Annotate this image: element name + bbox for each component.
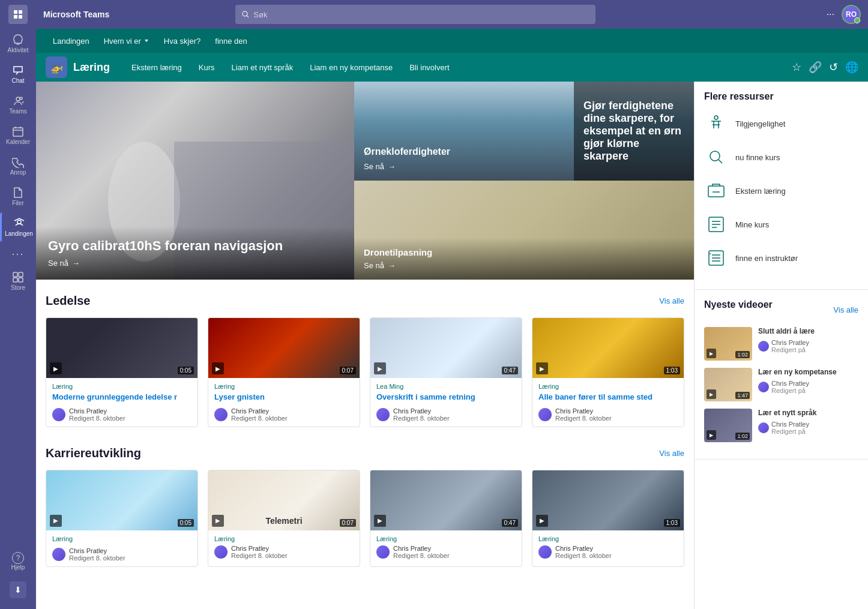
- card-karriere-1[interactable]: Telemetri ▶ 0:07 Læring Chris Pratley: [208, 470, 360, 567]
- videos-view-all[interactable]: Vis alle: [833, 305, 858, 314]
- accessibility-icon: [704, 112, 728, 136]
- app-nav-involvert[interactable]: Bli involvert: [402, 61, 456, 74]
- rs-videos-title: Nyeste videoer: [704, 299, 773, 310]
- globe-icon[interactable]: 🌐: [845, 61, 858, 74]
- sidebar-item-chat[interactable]: Chat: [0, 59, 36, 89]
- card-k-avatar-0: [52, 548, 65, 561]
- card-k-meta-1: Chris Pratley Redigert 8. oktober: [214, 545, 354, 559]
- hero-right-top[interactable]: Ørnekloferdigheter Se nå → Gjør ferdighe…: [354, 82, 694, 181]
- sidebar-item-calls[interactable]: Anrop: [0, 151, 36, 181]
- card-avatar-3: [538, 408, 552, 421]
- hero-right-top-see-now[interactable]: Se nå →: [364, 162, 564, 171]
- rs-label-finne-kurs: nu finne kurs: [735, 153, 780, 162]
- hero-left-see-now[interactable]: Se nå →: [48, 259, 342, 268]
- section-karriere-header: Karriereutvikling Vis alle: [46, 446, 684, 460]
- card-k-category-3: Læring: [538, 535, 678, 542]
- card-image-0: [46, 318, 197, 378]
- hero-right-bottom-see-now[interactable]: Se nå →: [364, 261, 432, 270]
- sidebar-item-landing[interactable]: Landingen: [0, 212, 36, 242]
- my-courses-icon: [704, 212, 728, 236]
- hero-left[interactable]: Gyro calibrat10hS foreran navigasjon Se …: [36, 82, 354, 280]
- rs-item-mine-kurs[interactable]: Mine kurs: [704, 212, 858, 236]
- app-nav-sprak[interactable]: Liam et nytt språk: [225, 61, 301, 74]
- rs-item-finne-kurs[interactable]: nu finne kurs: [704, 145, 858, 169]
- left-sidebar: Aktivitet Chat Teams Kalender Anrop: [0, 0, 36, 609]
- more-dots-icon: ···: [11, 248, 24, 260]
- card-ledelse-0[interactable]: ▶ 0:05 Læring Moderne grunnleggende lede…: [46, 317, 198, 427]
- play-btn-0[interactable]: ▶: [50, 362, 62, 374]
- sidebar-item-store[interactable]: Store: [0, 266, 36, 296]
- card-karriere-3[interactable]: ▶ 1:03 Læring Chris Pratley Redigert 8. …: [532, 470, 684, 567]
- refresh-icon[interactable]: ↺: [829, 61, 838, 74]
- link-icon[interactable]: 🔗: [809, 61, 822, 74]
- duration-k0: 0:05: [178, 519, 194, 527]
- svg-rect-11: [19, 278, 23, 282]
- sidebar-item-teams[interactable]: Teams: [0, 90, 36, 119]
- sidebar-item-calendar[interactable]: Kalender: [0, 121, 36, 150]
- avatar[interactable]: RO: [842, 5, 861, 24]
- sidebar-item-help[interactable]: ? Hjelp: [7, 547, 29, 575]
- app-nav-kurs[interactable]: Kurs: [191, 61, 222, 74]
- card-k-meta-2: Chris Pratley Redigert 8. oktober: [376, 545, 516, 559]
- rs-item-tilgjengelighet[interactable]: Tilgjengelighet: [704, 112, 858, 136]
- card-karriere-0[interactable]: ▶ 0:05 Læring Chris Pratley Redigert 8. …: [46, 470, 198, 567]
- play-btn-k2[interactable]: ▶: [374, 515, 386, 527]
- play-btn-k3[interactable]: ▶: [536, 515, 548, 527]
- rs-item-ekstern-laering[interactable]: Ekstern læring: [704, 179, 858, 203]
- play-btn-2[interactable]: ▶: [374, 362, 386, 374]
- nav-item-landingen[interactable]: Landingen: [46, 29, 97, 53]
- find-instructor-icon: [704, 246, 728, 270]
- sidebar-label-calendar: Kalender: [6, 139, 30, 145]
- play-btn-1[interactable]: ▶: [212, 362, 224, 374]
- video-item-2[interactable]: ▶ 1:02 Lær et nytt språk Chris Pratley R…: [704, 409, 858, 442]
- nav-item-finne[interactable]: finne den: [208, 29, 255, 53]
- app-header-title: Læring: [73, 61, 110, 74]
- video-author-info-1: Chris Pratley Redigert på: [771, 380, 809, 394]
- nav-item-hvem[interactable]: Hvem vi er: [97, 29, 157, 53]
- app-nav-kompetanse[interactable]: Liam en ny kompetanse: [303, 61, 400, 74]
- card-ledelse-1[interactable]: ▶ 0:07 Læring Lyser gnisten Chris Pratle…: [208, 317, 360, 427]
- ledelse-view-all[interactable]: Vis alle: [659, 296, 684, 305]
- sidebar-item-files[interactable]: Filer: [0, 182, 36, 211]
- card-k-meta-0: Chris Pratley Redigert 8. oktober: [52, 547, 191, 562]
- card-ledelse-2[interactable]: ▶ 0:47 Lea Ming Overskrift i samme retni…: [370, 317, 522, 427]
- card-body-3: Læring Alle baner fører til samme sted C…: [532, 378, 684, 427]
- rs-item-finne-instruktor[interactable]: finne en instruktør: [704, 246, 858, 270]
- hero-right-bottom[interactable]: Dronetilpasning Se nå →: [354, 181, 694, 280]
- card-k-body-3: Læring Chris Pratley Redigert 8. oktober: [532, 530, 684, 564]
- card-k-body-2: Læring Chris Pratley Redigert 8. oktober: [370, 530, 522, 564]
- search-input[interactable]: [253, 10, 589, 19]
- hero-right-bottom-title: Dronetilpasning: [364, 247, 432, 257]
- card-title-0: Moderne grunnleggende ledelse r: [52, 392, 191, 403]
- video-avatar-2: [758, 422, 769, 433]
- play-btn-3[interactable]: ▶: [536, 362, 548, 374]
- search-box[interactable]: [235, 5, 595, 24]
- video-author-2: Chris Pratley: [771, 421, 809, 428]
- apps-grid-icon[interactable]: [8, 5, 28, 24]
- svg-point-12: [243, 11, 247, 16]
- main-scroll[interactable]: Gyro calibrat10hS foreran navigasjon Se …: [36, 82, 694, 609]
- card-karriere-2[interactable]: ▶ 0:47 Læring Chris Pratley Redigert 8. …: [370, 470, 522, 567]
- video-item-0[interactable]: ▶ 1:02 Slutt aldri å lære Chris Pratley …: [704, 327, 858, 361]
- video-avatar-1: [758, 382, 769, 392]
- duration-k3: 1:03: [664, 519, 680, 527]
- app-nav-ekstern[interactable]: Ekstern læring: [124, 61, 189, 74]
- sidebar-item-download[interactable]: ⬇: [7, 577, 29, 603]
- video-play-1: ▶: [707, 389, 716, 399]
- video-item-1[interactable]: ▶ 1:47 Lær en ny kompetanse Chris Pratle…: [704, 368, 858, 401]
- video-duration-0: 1:02: [735, 351, 750, 358]
- more-options-icon[interactable]: ···: [824, 7, 837, 22]
- card-title-3: Alle baner fører til samme sted: [538, 392, 678, 403]
- karriere-view-all[interactable]: Vis alle: [659, 449, 684, 458]
- nav-item-hva[interactable]: Hva skjer?: [157, 29, 208, 53]
- svg-rect-3: [19, 15, 22, 19]
- play-btn-k0[interactable]: ▶: [50, 515, 62, 527]
- sidebar-item-activity[interactable]: Aktivitet: [0, 29, 36, 58]
- play-btn-k1[interactable]: ▶: [212, 515, 224, 527]
- search-course-icon: [704, 145, 728, 169]
- duration-2: 0:47: [502, 367, 518, 374]
- star-icon[interactable]: ☆: [792, 61, 801, 74]
- sidebar-item-more[interactable]: ···: [0, 243, 36, 265]
- card-ledelse-3[interactable]: ▶ 1:03 Læring Alle baner fører til samme…: [532, 317, 684, 427]
- card-k-thumb-2: ▶ 0:47: [370, 470, 522, 530]
